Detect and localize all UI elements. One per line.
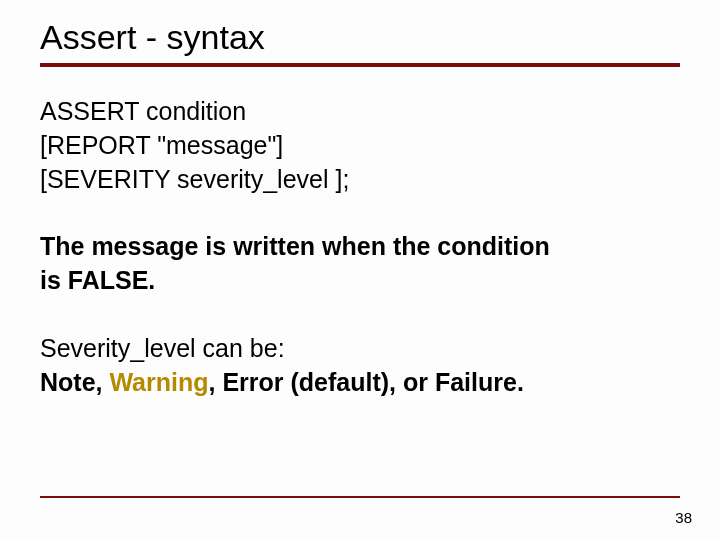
- severity-note: Note,: [40, 368, 109, 396]
- bottom-rule: [40, 496, 680, 498]
- severity-rest: , Error (default), or Failure.: [209, 368, 524, 396]
- severity-block: Severity_level can be: Note, Warning, Er…: [40, 332, 680, 400]
- message-rule-line-2: is FALSE.: [40, 264, 680, 298]
- slide: Assert - syntax ASSERT condition [REPORT…: [0, 0, 720, 540]
- title-rule: [40, 63, 680, 67]
- syntax-line-2: [REPORT "message"]: [40, 129, 680, 163]
- page-number: 38: [675, 509, 692, 526]
- page-title: Assert - syntax: [40, 18, 680, 57]
- severity-warning: Warning: [109, 368, 208, 396]
- severity-intro: Severity_level can be:: [40, 332, 680, 366]
- syntax-line-3: [SEVERITY severity_level ];: [40, 163, 680, 197]
- syntax-line-1: ASSERT condition: [40, 95, 680, 129]
- severity-options: Note, Warning, Error (default), or Failu…: [40, 366, 680, 400]
- message-rule-line-1: The message is written when the conditio…: [40, 230, 680, 264]
- syntax-block: ASSERT condition [REPORT "message"] [SEV…: [40, 95, 680, 196]
- message-rule-block: The message is written when the conditio…: [40, 230, 680, 298]
